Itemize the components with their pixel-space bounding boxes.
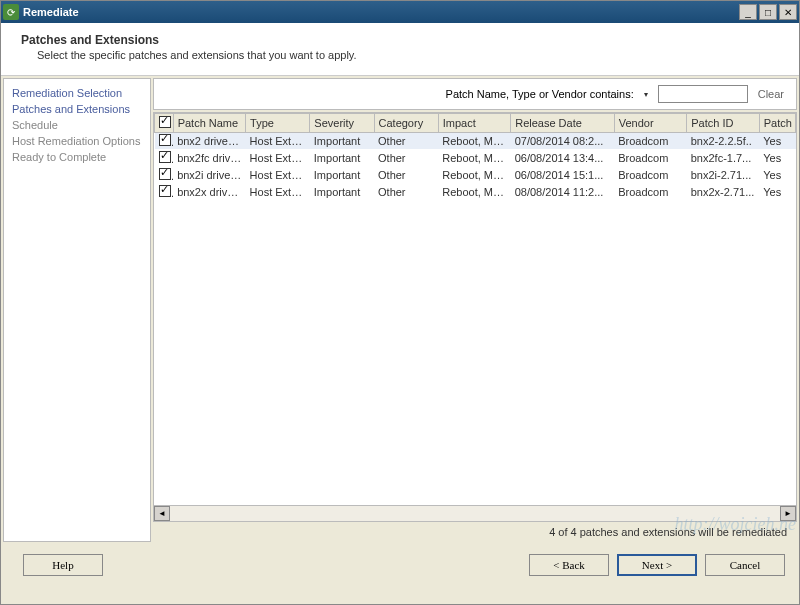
next-button[interactable]: Next > [617,554,697,576]
cell: 08/08/2014 11:2... [511,184,615,201]
cell: bnx2i-2.71... [687,167,759,184]
help-button[interactable]: Help [23,554,103,576]
col-release-date[interactable]: Release Date [511,114,615,133]
page-subtitle: Select the specific patches and extensio… [37,49,779,61]
cell: Yes [759,150,795,167]
cell: Other [374,167,438,184]
checkbox-icon[interactable] [159,151,171,163]
col-category[interactable]: Category [374,114,438,133]
cell: Broadcom [614,133,686,150]
page-title: Patches and Extensions [21,33,779,47]
cell: Important [310,184,374,201]
cell: bnx2-2.2.5f.. [687,133,759,150]
col-patch-name[interactable]: Patch Name [173,114,245,133]
patches-table-container: Patch Name Type Severity Category Impact… [153,112,797,522]
scroll-left-icon[interactable]: ◄ [154,506,170,521]
table-header-row: Patch Name Type Severity Category Impact… [155,114,796,133]
cell: Host Exten.. [246,184,310,201]
patches-table: Patch Name Type Severity Category Impact… [154,113,796,201]
cell: Reboot, Ma... [438,133,510,150]
row-checkbox-cell[interactable] [155,184,174,201]
table-row[interactable]: bnx2 driver ...Host Exten..ImportantOthe… [155,133,796,150]
window-controls: _ □ ✕ [739,4,797,20]
cell: Reboot, Ma... [438,150,510,167]
col-impact[interactable]: Impact [438,114,510,133]
cell: Host Exten.. [246,167,310,184]
step-host-remediation-options: Host Remediation Options [12,133,142,149]
checkbox-icon[interactable] [159,185,171,197]
filter-label: Patch Name, Type or Vendor contains: [446,88,634,100]
step-ready-to-complete: Ready to Complete [12,149,142,165]
header-checkbox[interactable] [155,114,174,133]
back-button[interactable]: < Back [529,554,609,576]
cell: bnx2fc drive.. [173,150,245,167]
filter-input[interactable] [658,85,748,103]
cell: Broadcom [614,167,686,184]
close-button[interactable]: ✕ [779,4,797,20]
cell: Other [374,150,438,167]
titlebar: ⟳ Remediate _ □ ✕ [1,1,799,23]
col-patch-id[interactable]: Patch ID [687,114,759,133]
cell: bnx2x-2.71... [687,184,759,201]
checkbox-icon[interactable] [159,116,171,128]
cell: Broadcom [614,184,686,201]
step-patches-extensions[interactable]: Patches and Extensions [12,101,142,117]
cell: 07/08/2014 08:2... [511,133,615,150]
filter-clear[interactable]: Clear [754,88,788,100]
cell: Yes [759,167,795,184]
row-checkbox-cell[interactable] [155,133,174,150]
filter-bar: Patch Name, Type or Vendor contains: ▾ C… [153,78,797,110]
cell: Other [374,184,438,201]
cell: Host Exten.. [246,150,310,167]
status-text: 4 of 4 patches and extensions will be re… [153,522,797,542]
cell: Important [310,133,374,150]
cell: bnx2fc-1.7... [687,150,759,167]
table-row[interactable]: bnx2x drive...Host Exten..ImportantOther… [155,184,796,201]
cell: 06/08/2014 15:1... [511,167,615,184]
checkbox-icon[interactable] [159,168,171,180]
table-row[interactable]: bnx2i driver...Host Exten..ImportantOthe… [155,167,796,184]
filter-dropdown-icon[interactable]: ▾ [640,90,652,99]
col-type[interactable]: Type [246,114,310,133]
cell: Yes [759,133,795,150]
row-checkbox-cell[interactable] [155,167,174,184]
maximize-button[interactable]: □ [759,4,777,20]
col-patch[interactable]: Patch [759,114,795,133]
cell: Broadcom [614,150,686,167]
col-vendor[interactable]: Vendor [614,114,686,133]
table-row[interactable]: bnx2fc drive..Host Exten..ImportantOther… [155,150,796,167]
window-title: Remediate [23,6,739,18]
cancel-button[interactable]: Cancel [705,554,785,576]
cell: bnx2x drive... [173,184,245,201]
col-severity[interactable]: Severity [310,114,374,133]
cell: Reboot, Ma... [438,167,510,184]
cell: 06/08/2014 13:4... [511,150,615,167]
cell: Important [310,150,374,167]
horizontal-scrollbar[interactable]: ◄ ► [154,505,796,521]
scroll-track[interactable] [170,506,780,521]
cell: bnx2i driver... [173,167,245,184]
cell: Important [310,167,374,184]
wizard-header: Patches and Extensions Select the specif… [1,23,799,76]
scroll-right-icon[interactable]: ► [780,506,796,521]
cell: Host Exten.. [246,133,310,150]
cell: bnx2 driver ... [173,133,245,150]
app-icon: ⟳ [3,4,19,20]
row-checkbox-cell[interactable] [155,150,174,167]
wizard-steps-sidebar: Remediation Selection Patches and Extens… [3,78,151,542]
cell: Other [374,133,438,150]
checkbox-icon[interactable] [159,134,171,146]
step-remediation-selection[interactable]: Remediation Selection [12,85,142,101]
step-schedule: Schedule [12,117,142,133]
cell: Yes [759,184,795,201]
minimize-button[interactable]: _ [739,4,757,20]
cell: Reboot, Ma... [438,184,510,201]
wizard-footer: Help < Back Next > Cancel [1,544,799,586]
